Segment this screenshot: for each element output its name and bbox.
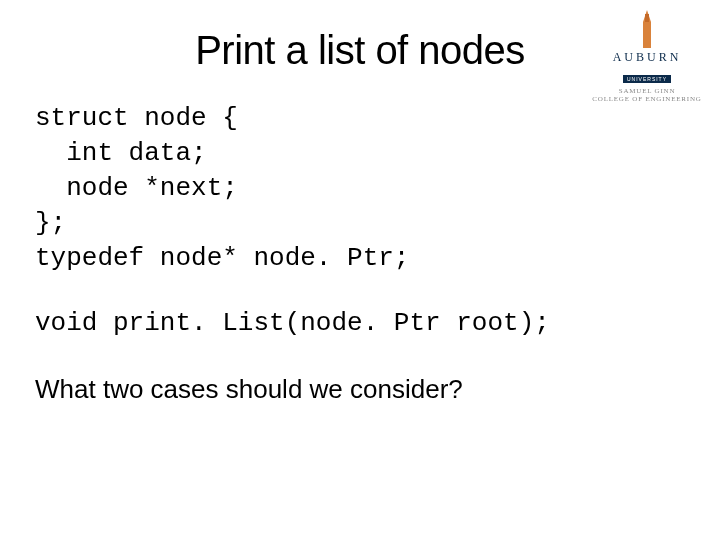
code-function: void print. List(node. Ptr root); xyxy=(35,306,685,341)
university-bar: UNIVERSITY xyxy=(623,75,671,83)
auburn-logo-block: AUBURN UNIVERSITY SAMUEL GINN COLLEGE OF… xyxy=(592,10,702,104)
slide: AUBURN UNIVERSITY SAMUEL GINN COLLEGE OF… xyxy=(0,0,720,540)
college-line-2: COLLEGE OF ENGINEERING xyxy=(592,95,701,103)
svg-rect-0 xyxy=(643,22,651,48)
svg-rect-2 xyxy=(645,14,649,22)
tower-icon xyxy=(635,10,659,48)
college-text: SAMUEL GINN COLLEGE OF ENGINEERING xyxy=(592,87,702,104)
auburn-wordmark: AUBURN xyxy=(592,50,702,65)
college-line-1: SAMUEL GINN xyxy=(619,87,676,95)
code-struct: struct node { int data; node *next; }; t… xyxy=(35,101,685,276)
question-text: What two cases should we consider? xyxy=(35,374,685,405)
slide-title: Print a list of nodes xyxy=(35,28,685,73)
